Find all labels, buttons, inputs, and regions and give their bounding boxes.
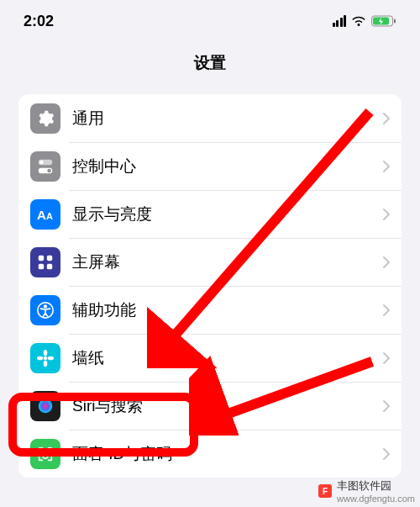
chevron-right-icon [383,113,390,124]
gear-icon [30,103,60,134]
status-time: 2:02 [24,13,54,30]
siri-icon [30,391,60,421]
label-wallpaper: 墙纸 [72,347,383,369]
accessibility-icon [30,295,60,325]
svg-rect-11 [39,263,44,268]
toggle-icon [30,151,60,182]
svg-point-20 [39,399,53,413]
watermark-text: 丰图软件园 [337,478,415,494]
row-general[interactable]: 通用 [18,94,402,142]
grid-icon [30,247,60,277]
watermark-logo-icon: F [318,484,332,498]
label-general: 通用 [72,108,383,129]
svg-point-16 [44,349,48,355]
svg-rect-9 [39,255,44,260]
chevron-right-icon [383,400,390,412]
svg-point-18 [37,356,43,360]
label-siri: Siri与搜索 [72,395,383,417]
row-accessibility[interactable]: 辅助功能 [18,286,402,334]
cellular-signal-icon [333,15,347,27]
chevron-right-icon [383,352,390,364]
chevron-right-icon [383,256,390,268]
svg-text:A: A [46,211,53,221]
svg-point-19 [48,356,54,360]
status-icons [333,15,397,27]
wifi-icon [351,15,366,27]
row-home-screen[interactable]: 主屏幕 [18,238,402,286]
battery-icon [371,15,396,27]
faceid-icon [30,439,60,469]
svg-point-15 [44,356,48,360]
label-home: 主屏幕 [72,251,383,273]
chevron-right-icon [383,161,390,172]
label-access: 辅助功能 [72,299,383,321]
svg-text:A: A [37,208,46,222]
chevron-right-icon [383,304,390,316]
flower-icon [30,343,60,373]
chevron-right-icon [383,448,390,460]
svg-rect-10 [47,255,52,260]
row-control-center[interactable]: 控制中心 [18,142,402,190]
svg-point-14 [45,305,47,308]
text-size-icon: AA [30,199,60,230]
watermark: F 丰图软件园 www.dgfengtu.com [318,478,415,504]
svg-rect-12 [47,263,52,268]
row-display[interactable]: AA 显示与亮度 [18,190,402,238]
svg-rect-2 [394,19,396,24]
watermark-url: www.dgfengtu.com [337,494,415,504]
label-control: 控制中心 [72,156,383,177]
chevron-right-icon [383,209,390,220]
status-bar: 2:02 [0,0,420,37]
row-faceid[interactable]: 面容 ID与密码 [18,430,402,478]
svg-point-17 [44,360,48,366]
page-title: 设置 [0,37,420,94]
svg-point-4 [39,160,44,164]
row-wallpaper[interactable]: 墙纸 [18,334,402,382]
label-display: 显示与亮度 [72,203,383,225]
svg-point-6 [47,168,51,172]
settings-list: 通用 控制中心 AA 显示与亮度 主屏幕 辅助功能 墙纸 Siri与搜索 面容 … [18,94,402,478]
row-siri[interactable]: Siri与搜索 [18,382,402,430]
label-faceid: 面容 ID与密码 [72,443,383,465]
